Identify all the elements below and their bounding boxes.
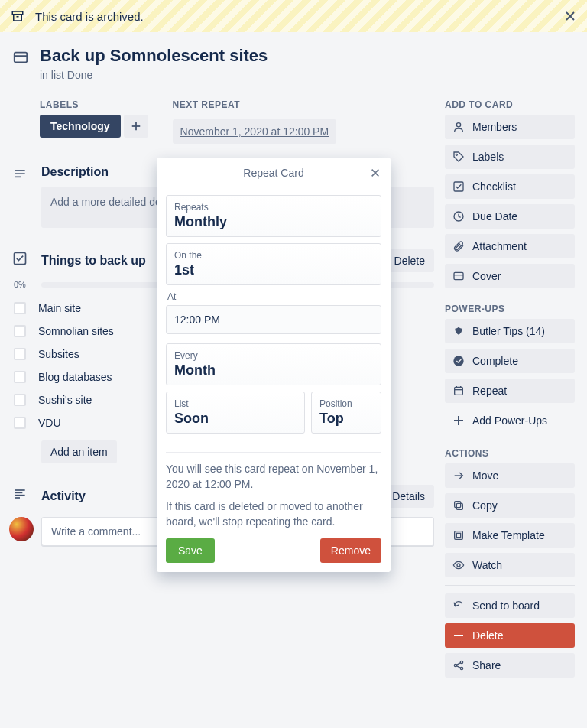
avatar[interactable] (9, 517, 34, 541)
popover-info-1: You will see this card repeat on Novembe… (166, 462, 381, 492)
plus-icon (452, 414, 465, 427)
svg-line-40 (456, 663, 460, 665)
at-label: At (167, 291, 381, 302)
checklist-icon (452, 180, 465, 193)
sidebar-cover-button[interactable]: Cover (445, 264, 575, 288)
close-banner-icon[interactable] (564, 10, 576, 22)
svg-point-17 (456, 123, 460, 127)
repeats-select[interactable]: Repeats Monthly (166, 195, 381, 237)
refresh-icon (452, 600, 465, 612)
sidebar-attachment-button[interactable]: Attachment (445, 234, 575, 258)
svg-rect-34 (456, 533, 460, 537)
power-ups-heading: POWER-UPS (445, 304, 575, 314)
svg-point-18 (456, 154, 457, 155)
list-link[interactable]: Done (67, 69, 92, 81)
popover-close-button[interactable] (368, 165, 383, 180)
sidebar-move-button[interactable]: Move (445, 463, 575, 488)
checklist-delete-button[interactable]: Delete (385, 249, 434, 272)
sidebar-labels-button[interactable]: Labels (445, 145, 575, 169)
archive-icon (11, 9, 24, 23)
svg-rect-5 (15, 53, 28, 63)
next-repeat-link[interactable]: November 1, 2020 at 12:00 PM (173, 119, 337, 144)
butler-icon (452, 325, 465, 337)
in-list: in list Done (40, 69, 92, 81)
every-select[interactable]: Every Month (166, 343, 381, 385)
members-icon (452, 121, 465, 133)
checkbox[interactable] (14, 348, 26, 360)
share-icon (452, 659, 465, 671)
divider (166, 452, 381, 453)
svg-rect-31 (456, 503, 462, 509)
position-select[interactable]: Position Top (311, 392, 381, 434)
add-label-button[interactable] (124, 115, 148, 138)
repeat-card-popover: Repeat Card Repeats Monthly On the 1st A… (157, 158, 391, 572)
svg-rect-21 (454, 272, 463, 279)
add-to-card-heading: ADD TO CARD (445, 99, 575, 110)
popover-info-2: If this card is deleted or moved to anot… (166, 499, 381, 529)
svg-point-35 (457, 564, 460, 567)
sidebar-share-button[interactable]: Share (445, 653, 575, 678)
sidebar-complete-button[interactable]: Complete (445, 349, 575, 373)
sidebar-send-to-board-button[interactable]: Send to board (445, 593, 575, 618)
activity-details-button[interactable]: Details (383, 485, 434, 508)
checklist-heading[interactable]: Things to back up (41, 254, 146, 268)
list-select[interactable]: List Soon (166, 392, 305, 434)
checklist-icon (12, 249, 31, 266)
sidebar-butler-tips-button[interactable]: Butler Tips (14) (445, 319, 575, 343)
sidebar-make-template-button[interactable]: Make Template (445, 523, 575, 548)
checklist-progress-pct: 0% (14, 280, 35, 289)
template-icon (452, 529, 465, 541)
archived-banner: This card is archived. (0, 0, 587, 32)
sidebar-due-date-button[interactable]: Due Date (445, 204, 575, 229)
checkbox[interactable] (14, 417, 26, 429)
sidebar-checklist-button[interactable]: Checklist (445, 174, 575, 199)
minus-icon (452, 629, 465, 642)
sidebar-watch-button[interactable]: Watch (445, 553, 575, 577)
popover-remove-button[interactable]: Remove (320, 538, 381, 563)
labels-icon (452, 151, 465, 163)
activity-heading: Activity (41, 489, 86, 503)
card-title[interactable]: Back up Somnolescent sites (40, 46, 575, 66)
sidebar-members-button[interactable]: Members (445, 115, 575, 139)
next-repeat-heading: NEXT REPEAT (173, 99, 337, 110)
card-icon (12, 46, 29, 66)
checkbox[interactable] (14, 371, 26, 383)
move-icon (452, 470, 465, 482)
divider (445, 585, 575, 586)
labels-heading: LABELS (40, 99, 148, 110)
repeat-icon (452, 385, 465, 397)
checkbox[interactable] (14, 394, 26, 406)
svg-rect-32 (455, 502, 461, 508)
sidebar-add-power-ups-button[interactable]: Add Power-Ups (445, 408, 575, 433)
on-the-select[interactable]: On the 1st (166, 243, 381, 285)
complete-icon (452, 355, 465, 367)
cover-icon (452, 270, 465, 282)
checkbox[interactable] (14, 325, 26, 337)
checkbox[interactable] (14, 302, 26, 314)
svg-rect-33 (455, 531, 463, 540)
popover-save-button[interactable]: Save (166, 538, 215, 563)
watch-icon (452, 559, 465, 571)
attachment-icon (452, 240, 465, 252)
svg-point-23 (453, 356, 463, 366)
actions-heading: ACTIONS (445, 448, 575, 459)
sidebar-delete-button[interactable]: Delete (445, 623, 575, 648)
copy-icon (452, 499, 465, 512)
label-chip-technology[interactable]: Technology (40, 115, 121, 138)
archived-message: This card is archived. (35, 10, 144, 23)
svg-rect-1 (14, 15, 22, 21)
sidebar-repeat-button[interactable]: Repeat (445, 379, 575, 403)
clock-icon (452, 210, 465, 223)
sidebar-copy-button[interactable]: Copy (445, 493, 575, 518)
activity-icon (12, 485, 31, 502)
svg-rect-24 (455, 387, 463, 395)
description-icon (12, 165, 31, 182)
at-time-input[interactable] (166, 305, 381, 334)
add-checklist-item-button[interactable]: Add an item (41, 440, 117, 463)
svg-line-41 (456, 666, 460, 668)
popover-title: Repeat Card (243, 167, 303, 179)
